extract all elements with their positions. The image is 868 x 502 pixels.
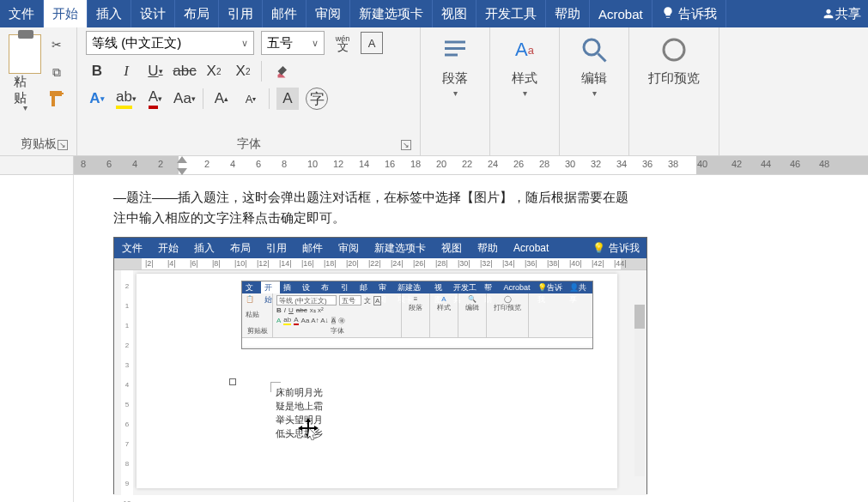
cut-button[interactable]: ✂ — [46, 34, 67, 55]
share-label: 共享 — [835, 6, 861, 22]
superscript-button[interactable]: X2 — [232, 60, 254, 82]
format-painter-button[interactable] — [46, 89, 67, 110]
phonetic-guide-button[interactable]: wén文 — [331, 32, 354, 54]
svg-point-5 — [664, 39, 684, 60]
clipboard-group-label: 剪贴板 — [21, 136, 57, 150]
character-border-button[interactable]: A — [361, 32, 383, 54]
print-preview-button[interactable]: 打印预览 — [638, 31, 710, 90]
subscript-button[interactable]: X2 — [203, 60, 225, 82]
inner-vruler: 21 12 34 56 78 910 — [121, 270, 133, 495]
document-area[interactable]: —题注——插入题注，这时会弹出题注对话框，在标签中选择【图片】，随后根据需要在题… — [0, 175, 868, 502]
paste-button[interactable]: 粘贴 — [14, 79, 36, 101]
search-icon — [579, 34, 610, 65]
editing-button[interactable]: 编辑▾ — [568, 31, 620, 101]
ribbon: 粘贴 ▾ ✂ ⧉ 剪贴板↘ 等线 (中文正文)∨ 五号∨ wén文 A B — [0, 27, 868, 156]
grow-font-button[interactable]: A▴ — [210, 88, 233, 110]
paragraph-icon — [440, 34, 470, 65]
share-button[interactable]: 共享 — [815, 0, 868, 27]
clipboard-icon — [9, 34, 41, 74]
font-size-combo[interactable]: 五号∨ — [261, 31, 325, 55]
inner-scrollbar — [634, 305, 645, 476]
tab-references[interactable]: 引用 — [219, 0, 263, 27]
paragraph-button[interactable]: 段落▾ — [429, 31, 481, 101]
svg-line-4 — [598, 54, 606, 62]
dialog-launcher-icon[interactable]: ↘ — [58, 140, 68, 150]
body-text[interactable]: —题注——插入题注，这时会弹出题注对话框，在标签中选择【图片】，随后根据需要在题… — [113, 187, 646, 228]
tab-mailings[interactable]: 邮件 — [263, 0, 307, 27]
first-line-indent-marker[interactable] — [177, 156, 187, 163]
font-color-button[interactable]: A▾ — [144, 88, 167, 110]
highlight-button[interactable]: ab▾ — [115, 88, 137, 110]
lightbulb-icon: 💡 — [592, 242, 605, 254]
styles-button[interactable]: Aa样式▾ — [499, 31, 550, 101]
tab-help[interactable]: 帮助 — [546, 0, 590, 27]
chevron-down-icon: ▾ — [453, 88, 458, 98]
tab-file[interactable]: 文件 — [0, 0, 44, 27]
strikethrough-button[interactable]: abc — [173, 60, 196, 82]
tab-insert[interactable]: 插入 — [88, 0, 131, 27]
tab-design[interactable]: 设计 — [131, 0, 175, 27]
svg-point-3 — [584, 39, 599, 55]
tab-view[interactable]: 视图 — [433, 0, 476, 27]
chevron-down-icon[interactable]: ▾ — [23, 103, 27, 112]
tab-newtab[interactable]: 新建选项卡 — [350, 0, 433, 27]
tab-review[interactable]: 审阅 — [307, 0, 350, 27]
poem-text: 床前明月光 疑是地上霜 举头望明月 低头思故乡 — [241, 385, 499, 440]
dialog-launcher-icon[interactable]: ↘ — [401, 140, 411, 150]
enclose-characters-button[interactable]: 字 — [306, 88, 328, 110]
horizontal-ruler[interactable]: 8 6 4 2 2 4 6 8 10 12 14 16 18 20 22 24 … — [0, 156, 868, 175]
tab-acrobat[interactable]: Acrobat — [590, 0, 653, 27]
hanging-indent-marker[interactable] — [177, 168, 187, 175]
font-group-label: 字体 — [237, 136, 261, 150]
ribbon-tabs: 文件 开始 插入 设计 布局 引用 邮件 审阅 新建选项卡 视图 开发工具 帮助… — [0, 0, 868, 27]
change-case-button[interactable]: Aa▾ — [173, 88, 196, 110]
embedded-screenshot-image[interactable]: 文件 开始 插入 布局 引用 邮件 审阅 新建选项卡 视图 帮助 Acrobat… — [113, 237, 647, 494]
clear-formatting-button[interactable] — [269, 60, 294, 82]
copy-button[interactable]: ⧉ — [46, 62, 67, 82]
tab-home[interactable]: 开始 — [44, 0, 88, 27]
tab-devtools[interactable]: 开发工具 — [476, 0, 546, 27]
vertical-ruler[interactable] — [60, 175, 74, 502]
chevron-down-icon: ▾ — [592, 88, 597, 98]
inner-page: 文件 开始 插入 设计 布局 引用 邮件 审阅 新建选项卡 视图 开发工具 帮助… — [137, 274, 617, 488]
separator — [203, 88, 203, 109]
chevron-down-icon: ▾ — [523, 88, 527, 98]
nested-screenshot: 文件 开始 插入 设计 布局 引用 邮件 审阅 新建选项卡 视图 开发工具 帮助… — [241, 281, 593, 349]
font-name-combo[interactable]: 等线 (中文正文)∨ — [86, 31, 254, 55]
chevron-down-icon: ∨ — [241, 38, 248, 49]
tellme-label: 告诉我 — [678, 6, 717, 22]
inner-tabs: 文件 开始 插入 布局 引用 邮件 审阅 新建选项卡 视图 帮助 Acrobat… — [114, 238, 646, 258]
separator — [261, 61, 262, 82]
bold-button[interactable]: B — [86, 60, 108, 82]
styles-icon: Aa — [509, 34, 540, 65]
tab-layout[interactable]: 布局 — [175, 0, 219, 27]
text-effects-button[interactable]: A▾ — [86, 88, 108, 110]
anchor-icon — [229, 378, 236, 385]
separator — [269, 88, 270, 109]
character-shading-button[interactable]: A — [276, 88, 299, 110]
underline-button[interactable]: U▾ — [144, 60, 167, 82]
italic-button[interactable]: I — [115, 60, 137, 82]
circle-icon — [659, 34, 689, 65]
lightbulb-icon — [661, 6, 675, 22]
user-icon — [822, 7, 835, 21]
shrink-font-button[interactable]: A▾ — [240, 88, 262, 110]
tab-tellme[interactable]: 告诉我 — [653, 0, 726, 27]
chevron-down-icon: ∨ — [312, 38, 319, 49]
